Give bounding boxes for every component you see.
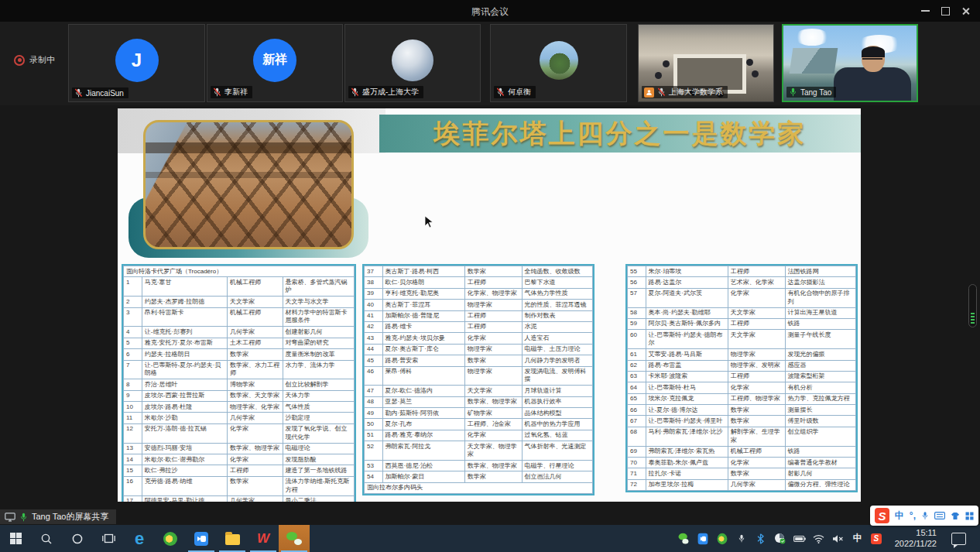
row-number: 51 xyxy=(365,430,383,441)
scientist-name: 让-维克托·彭赛列 xyxy=(142,327,227,338)
tray-sogou-icon[interactable]: S xyxy=(871,533,882,544)
table-row: 67让-巴蒂斯特·约瑟夫·傅里叶数学家傅里叶级数 xyxy=(628,416,856,427)
participant-name: JiancaiSun xyxy=(86,89,124,98)
table-row: 3昂利·特雷斯卡机械工程师材料力学中的特雷斯卡屈服条件 xyxy=(124,307,355,327)
table-row: 46莱昂·傅科物理学家发现涡电流、发明傅科摆 xyxy=(365,366,593,386)
minimize-button[interactable] xyxy=(915,0,935,22)
scientist-name: 路易·达盖尔 xyxy=(646,277,728,288)
table-footer-row: 面向拉布尔多内码头 xyxy=(365,482,593,493)
tray-360-icon[interactable] xyxy=(716,533,728,545)
participant-tile[interactable]: 何卓衡 xyxy=(490,24,627,102)
contribution: 有机化合物中的原子排列 xyxy=(785,288,855,307)
wechat-app-button[interactable] xyxy=(279,525,310,552)
contribution: 铁路 xyxy=(785,446,855,457)
table-row: 2约瑟夫·杰罗姆·拉朗德天文学家天文学与水文学 xyxy=(124,297,355,307)
participant-tile[interactable]: J JiancaiSun xyxy=(68,24,205,102)
tray-wechat-icon[interactable] xyxy=(677,533,690,545)
sogou-logo-icon[interactable]: S xyxy=(875,508,889,523)
scientist-name: 加斯帕尔·德·普隆尼 xyxy=(382,310,464,321)
row-number: 40 xyxy=(365,300,383,310)
participant-namebar: 盛万成-上海大学 xyxy=(348,86,423,98)
table-row: 43雅克-约瑟夫·埃贝尔曼化学家人造宝石 xyxy=(365,333,593,344)
taskbar-clock[interactable]: 15:11 2022/11/22 xyxy=(889,528,943,550)
ime-punctuation-toggle[interactable]: °, xyxy=(910,510,916,521)
ime-toolbox-icon[interactable] xyxy=(965,512,974,520)
speaker-body xyxy=(834,67,911,102)
row-number: 45 xyxy=(365,355,383,366)
participant-name: Tang Tao xyxy=(800,88,831,97)
tray-security-pie-icon[interactable] xyxy=(774,533,786,545)
scientist-name: 路易·布雷盖 xyxy=(646,360,728,371)
profession: 数学家、物理学家 xyxy=(464,396,522,407)
profession: 化学家 xyxy=(728,458,785,468)
mic-active-icon xyxy=(789,87,797,97)
profession: 工程师 xyxy=(728,266,785,277)
contribution: 铁路 xyxy=(785,318,855,329)
search-button[interactable] xyxy=(31,525,62,552)
participant-tile[interactable]: 新祥 李新祥 xyxy=(207,24,343,102)
row-number: 53 xyxy=(365,461,383,471)
restore-icon xyxy=(941,7,950,15)
scientist-name: 奥古斯丁·路易·柯西 xyxy=(382,266,464,277)
table-row: 57夏尔-阿道夫·武尔茨化学家有机化合物中的原子排列 xyxy=(628,288,856,307)
screen-share-banner[interactable]: Tang Tao的屏幕共享 xyxy=(0,509,116,524)
table-row: 10皮埃尔·路易·杜隆物理学家、化学家气体性质 xyxy=(124,402,355,413)
edge-browser-button[interactable]: e xyxy=(124,525,155,552)
profession: 数学家、物理学家 xyxy=(228,443,283,454)
contribution: 法国铁路网 xyxy=(785,266,855,277)
contribution: 流体力学纳维-斯托克斯方程 xyxy=(283,476,354,495)
row-number: 8 xyxy=(124,379,142,390)
tray-wifi-icon[interactable] xyxy=(813,533,825,545)
start-button[interactable] xyxy=(0,525,31,552)
scientist-name: 让-巴蒂斯特-夏尔-约瑟夫·贝朗格 xyxy=(142,360,227,379)
360-browser-button[interactable] xyxy=(155,525,186,552)
mic-active-icon xyxy=(19,513,28,522)
sogou-ime-toolbar: S 中 °, xyxy=(870,506,978,526)
action-center-icon[interactable] xyxy=(951,533,966,545)
meeting-sidebar-handle[interactable] xyxy=(968,284,977,327)
table-row: 14米歇尔·欧仁·谢弗勒尔化学家发现脂肪酸 xyxy=(124,454,355,465)
profession: 物理学家、发明家 xyxy=(728,360,785,371)
table-row: 12安托万-洛朗·德·拉瓦锡化学家发现了氧化学说、创立现代化学 xyxy=(124,423,355,443)
scientist-name: 皮埃尔·路易·杜隆 xyxy=(142,402,227,413)
table-row: 9皮埃尔-西蒙·拉普拉斯数学家、天文学家天体力学 xyxy=(124,390,355,401)
tray-mic-icon[interactable] xyxy=(735,533,748,545)
profession: 艺术家、化学家 xyxy=(728,277,785,288)
profession: 数学家 xyxy=(728,405,785,416)
folder-icon xyxy=(225,534,240,545)
task-view-button[interactable] xyxy=(93,525,124,552)
close-button[interactable] xyxy=(955,0,975,22)
contribution: 射影几何 xyxy=(785,468,855,479)
ime-keyboard-icon[interactable] xyxy=(934,512,945,519)
scientist-name: 米歇尔·沙勒 xyxy=(142,413,227,423)
tray-volume-muted-icon[interactable] xyxy=(832,533,845,545)
row-number: 42 xyxy=(365,321,383,332)
maximize-button[interactable] xyxy=(935,0,955,22)
participant-namebar: 李新祥 xyxy=(211,86,252,98)
tencent-meeting-app-button[interactable] xyxy=(186,525,217,552)
profession: 天文学家 xyxy=(728,330,785,349)
tray-ime-language-indicator[interactable]: 中 xyxy=(852,533,864,545)
ime-skin-icon[interactable] xyxy=(951,512,960,520)
table-row: 8乔治·居维叶博物学家创立比较解剖学 xyxy=(124,379,355,390)
row-number: 14 xyxy=(124,454,142,465)
participant-tile[interactable]: 上海大学数学系 xyxy=(638,24,774,102)
ime-voice-icon[interactable] xyxy=(921,511,929,520)
scientist-name: 西莫恩·德尼·泊松 xyxy=(382,461,464,471)
ime-mode-toggle[interactable]: 中 xyxy=(895,509,904,523)
participant-tile-speaker[interactable]: Tang Tao xyxy=(782,24,918,102)
file-explorer-button[interactable] xyxy=(217,525,248,552)
table-row: 6约瑟夫·拉格朗日数学家度量衡米制的改革 xyxy=(124,349,355,360)
cortana-button[interactable] xyxy=(62,525,93,552)
scientist-name: 弗朗索瓦·泽维尔·索瓦热 xyxy=(646,446,728,457)
tray-tencent-meeting-icon[interactable] xyxy=(697,533,709,545)
scientist-name: 路易·维卡 xyxy=(382,321,464,332)
contribution: 测量子午线长度 xyxy=(785,330,855,349)
scientist-name: 雅克-约瑟夫·埃贝尔曼 xyxy=(382,333,464,344)
windows-taskbar: e W 中 S 15:11 2022/11/22 xyxy=(0,525,980,552)
tray-bluetooth-icon[interactable] xyxy=(755,533,767,545)
participant-tile[interactable]: 盛万成-上海大学 xyxy=(344,24,481,102)
tray-battery-icon[interactable] xyxy=(793,533,806,545)
scientist-name: 加斯帕尔·蒙日 xyxy=(382,471,464,482)
wps-office-button[interactable]: W xyxy=(248,525,279,552)
